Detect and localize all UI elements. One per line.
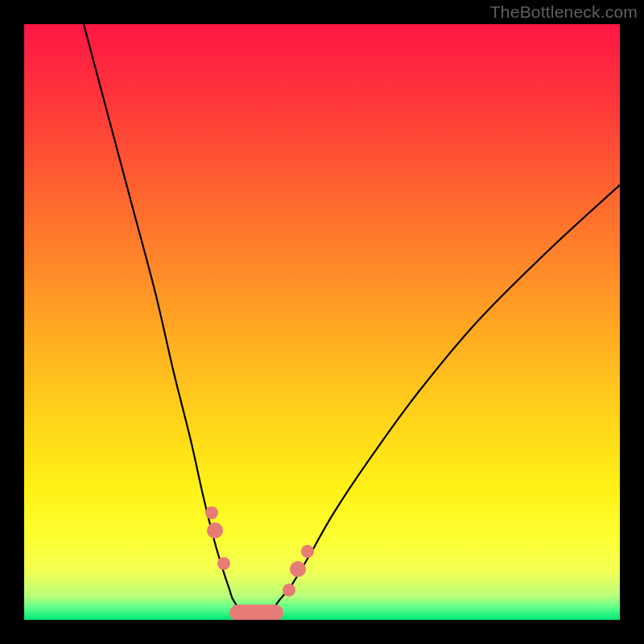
bead-r1 — [283, 584, 295, 597]
bead-r2 — [290, 561, 306, 577]
beads-layer — [24, 24, 620, 620]
plot-area — [24, 24, 620, 620]
bead-l1 — [205, 506, 218, 519]
watermark-text: TheBottleneck.com — [490, 2, 638, 22]
valley-floor-segment — [229, 605, 283, 620]
bead-l3 — [217, 557, 230, 570]
chart-frame: TheBottleneck.com — [0, 0, 644, 644]
bead-r3 — [301, 545, 314, 558]
bead-l2 — [207, 522, 223, 539]
